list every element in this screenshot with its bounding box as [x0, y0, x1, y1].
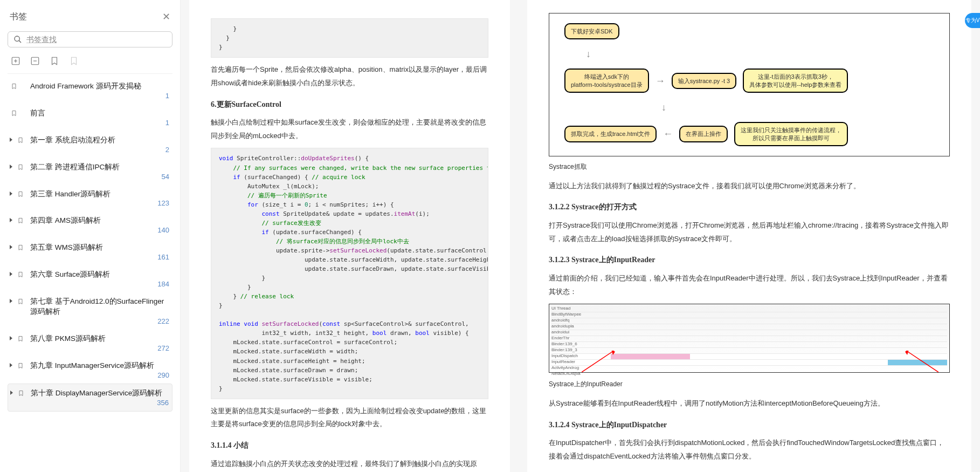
- toc-item[interactable]: Android Framework 源码开发揭秘1: [8, 77, 172, 104]
- bookmark-outline-icon[interactable]: [69, 56, 79, 66]
- toc-label: 第七章 基于Android12.0的SurfaceFlinger源码解析: [20, 297, 169, 317]
- toc-page-number: 1: [165, 92, 169, 100]
- figure-caption: Systrace上的InputReader: [549, 378, 950, 391]
- sidebar-header: 书签 ✕: [8, 6, 172, 29]
- bookmark-icon: [17, 271, 24, 278]
- paragraph: 打开Systrace我们可以使用Chrome浏览器，打开Chrome浏览器，然后…: [549, 219, 950, 245]
- toc-page-number: 356: [157, 399, 169, 407]
- toc-page-number: 290: [157, 371, 169, 379]
- search-field[interactable]: [26, 35, 167, 44]
- diagram-node: 输入systrace.py -t 3: [672, 73, 737, 89]
- bookmark-icon: [17, 136, 24, 144]
- bookmark-icon: [17, 163, 24, 171]
- flowchart-diagram: 下载好安卓SDK ↓ 终端进入sdk下的 platform-tools/syst…: [549, 13, 950, 156]
- bookmark-icon: [18, 389, 24, 397]
- heading: 3.1.1.4 小结: [211, 439, 488, 453]
- toc-label: 第九章 InputManagerService源码解析: [20, 361, 169, 371]
- bookmarks-sidebar: 书签 ✕ Android Framework 源码开发揭秘1前言1第一章 系统启…: [0, 0, 181, 472]
- heading: 3.1.2.3 Systrace上的InputReader: [549, 253, 950, 268]
- bookmark-icon: [17, 335, 24, 343]
- toc-item[interactable]: 第二章 跨进程通信IPC解析54: [8, 158, 172, 185]
- diagram-note: 这里我们只关注触摸事件的传递流程， 所以只需要在界面上触摸即可: [734, 122, 848, 146]
- expand-arrow-icon[interactable]: [10, 245, 12, 249]
- toc-item[interactable]: 前言1: [8, 104, 172, 131]
- toc-page-number: 54: [162, 173, 169, 181]
- toc-item[interactable]: 第七章 基于Android12.0的SurfaceFlinger源码解析222: [8, 292, 172, 330]
- toc-item[interactable]: 第三章 Handler源码解析123: [8, 185, 172, 212]
- diagram-node: 终端进入sdk下的 platform-tools/systrace目录: [564, 69, 649, 93]
- paragraph: 通过以上方法我们就得到了触摸过程的Systrace文件，接着我们就可以使用Chr…: [549, 180, 950, 193]
- toc-page-number: 222: [157, 317, 169, 325]
- systrace-screenshot: UI ThreadBindBytWarpeeandroidfqandroidup…: [549, 304, 950, 373]
- heading: 3.1.2.2 Systrace的打开方式: [549, 200, 950, 215]
- add-bookmark-icon[interactable]: [11, 56, 20, 66]
- expand-arrow-icon[interactable]: [10, 363, 12, 367]
- sidebar-toolbar: [8, 54, 172, 74]
- promo-badge[interactable]: 专为V: [965, 13, 980, 28]
- expand-arrow-icon[interactable]: [10, 391, 13, 395]
- page-left: } } } 首先遍历每一个Sprite，然后会依次修改alpha、positio…: [189, 0, 510, 472]
- toc-page-number: 2: [165, 146, 169, 154]
- toc-label: 第六章 Surface源码解析: [20, 270, 169, 280]
- code-block-main: void SpriteController::doUpdateSprites()…: [211, 148, 488, 399]
- search-input[interactable]: [8, 31, 172, 47]
- bookmark-icon: [17, 244, 24, 251]
- paragraph: 在InputDispatcher中，首先我们会执行到dispatchMotion…: [549, 436, 950, 463]
- bookmark-icon: [17, 217, 24, 224]
- expand-arrow-icon[interactable]: [10, 191, 12, 196]
- bookmark-icon: [17, 190, 24, 198]
- toc-item[interactable]: 第九章 InputManagerService源码解析290: [8, 357, 172, 384]
- toc-label: 第二章 跨进程通信IPC解析: [20, 162, 169, 173]
- toc-item[interactable]: 第六章 Surface源码解析184: [8, 265, 172, 292]
- diagram-node: 在界面上操作: [679, 126, 728, 142]
- toc-label: 第八章 PKMS源码解析: [20, 334, 169, 344]
- bookmark-icon: [11, 110, 17, 117]
- svg-line-9: [906, 351, 938, 372]
- toc-page-number: 123: [157, 199, 169, 207]
- search-icon: [13, 35, 22, 44]
- svg-marker-8: [611, 351, 615, 355]
- expand-arrow-icon[interactable]: [10, 272, 12, 276]
- figure-caption: Systrace抓取: [549, 161, 950, 173]
- toc-page-number: 272: [157, 344, 169, 352]
- expand-arrow-icon[interactable]: [10, 165, 12, 169]
- toc-list: Android Framework 源码开发揭秘1前言1第一章 系统启动流程分析…: [8, 77, 172, 466]
- close-icon[interactable]: ✕: [162, 11, 170, 23]
- svg-marker-10: [905, 351, 909, 355]
- toc-label: 第三章 Handler源码解析: [20, 189, 169, 200]
- bookmark-icon: [17, 362, 24, 370]
- expand-arrow-icon[interactable]: [10, 218, 12, 222]
- diagram-node: 抓取完成，生成trace.html文件: [564, 126, 657, 142]
- toc-label: 第四章 AMS源码解析: [20, 216, 169, 226]
- heading: 6.更新SurfaceControl: [211, 98, 488, 112]
- paragraph: 首先遍历每一个Sprite，然后会依次修改alpha、position、matr…: [211, 63, 488, 90]
- paragraph: 通过追踪触摸小白点的开关状态改变的处理过程，最终我们了解到触摸小白点的实现原理：…: [211, 457, 488, 472]
- bookmark-icon: [17, 298, 24, 305]
- diagram-note: 这里-t后面的3表示抓取3秒， 具体参数可以使用--help参数来查看: [743, 69, 848, 93]
- paragraph: 这里更新的信息其实是surface的一些参数，因为上面绘制过程会改变update…: [211, 405, 488, 431]
- toc-page-number: 161: [157, 253, 169, 261]
- toc-item[interactable]: 第十章 DisplayManagerService源码解析356: [8, 384, 172, 412]
- svg-point-0: [15, 36, 19, 41]
- toc-page-number: 140: [157, 226, 169, 234]
- toc-label: 第一章 系统启动流程分析: [20, 135, 169, 146]
- toc-item[interactable]: 第四章 AMS源码解析140: [8, 211, 172, 238]
- content-area: } } } 首先遍历每一个Sprite，然后会依次修改alpha、positio…: [181, 0, 980, 472]
- toc-item[interactable]: 第八章 PKMS源码解析272: [8, 330, 172, 357]
- toc-page-number: 184: [157, 280, 169, 288]
- expand-arrow-icon[interactable]: [10, 299, 12, 303]
- svg-line-1: [19, 40, 21, 43]
- page-right: 下载好安卓SDK ↓ 终端进入sdk下的 platform-tools/syst…: [527, 0, 971, 472]
- toc-label: Android Framework 源码开发揭秘: [20, 81, 169, 92]
- remove-bookmark-icon[interactable]: [30, 56, 40, 66]
- expand-arrow-icon[interactable]: [10, 336, 12, 340]
- paragraph: 从Systrace能够看到在InputReader线程中，调用了notifyMo…: [549, 397, 950, 411]
- expand-arrow-icon[interactable]: [10, 138, 12, 142]
- bookmark-icon[interactable]: [50, 56, 59, 66]
- toc-item[interactable]: 第一章 系统启动流程分析2: [8, 131, 172, 158]
- toc-label: 第五章 WMS源码解析: [20, 243, 169, 253]
- paragraph: 通过前面的介绍，我们已经知道，输入事件首先会在InputReader中进行处理。…: [549, 272, 950, 298]
- sidebar-title: 书签: [10, 11, 27, 23]
- code-block-top: } } }: [211, 18, 488, 58]
- toc-item[interactable]: 第五章 WMS源码解析161: [8, 238, 172, 265]
